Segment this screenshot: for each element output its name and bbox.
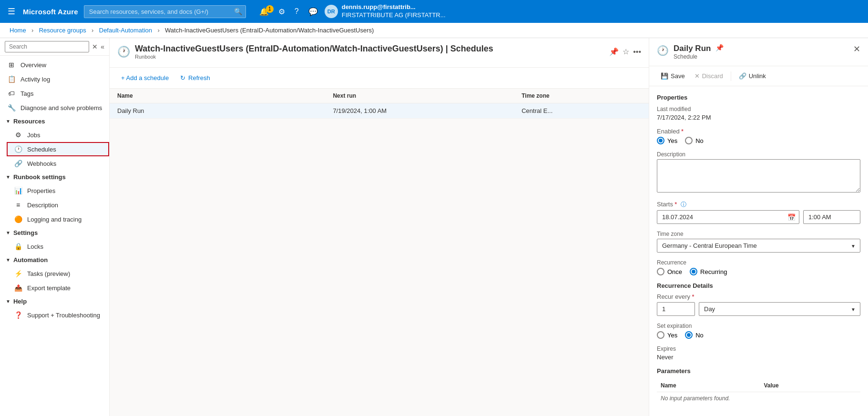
panel-content: Properties Last modified 7/17/2024, 2:22… <box>649 86 868 416</box>
refresh-button[interactable]: ↻ Refresh <box>176 71 214 84</box>
pin-page-button[interactable]: 📌 <box>609 47 619 56</box>
breadcrumb-home[interactable]: Home <box>10 27 26 34</box>
more-options-button[interactable]: ••• <box>633 47 641 56</box>
expiration-yes-option[interactable]: Yes <box>657 331 677 339</box>
support-icon: ❓ <box>14 311 22 319</box>
table-row[interactable]: Daily Run 7/19/2024, 1:00 AM Central E..… <box>110 103 649 119</box>
diagnose-icon: 🔧 <box>7 104 16 112</box>
parameters-title: Parameters <box>657 367 860 375</box>
panel-discard-button[interactable]: ✕ Discard <box>691 70 727 82</box>
sidebar-item-schedules[interactable]: 🕐 Schedules <box>7 142 109 156</box>
sidebar-item-description[interactable]: ≡ Description <box>7 198 109 212</box>
enabled-no-radio[interactable] <box>685 137 693 144</box>
sidebar-item-activity-log[interactable]: 📋 Activity log <box>0 72 109 86</box>
recurrence-once-radio[interactable] <box>657 268 664 275</box>
recur-every-label: Recur every * <box>657 293 860 300</box>
expiration-no-option[interactable]: No <box>685 331 704 339</box>
notification-badge: 1 <box>266 5 274 13</box>
panel-unlink-button[interactable]: 🔗 Unlink <box>735 70 770 82</box>
panel-save-button[interactable]: 💾 Save <box>657 70 689 82</box>
col-name-header[interactable]: Name <box>110 89 325 103</box>
schedules-table: Name Next run Time zone Daily Run 7/19/2… <box>110 89 649 119</box>
breadcrumb-default-auto[interactable]: Default-Automation <box>99 27 152 34</box>
recurrence-once-option[interactable]: Once <box>657 268 682 275</box>
description-field: Description <box>657 151 860 194</box>
sidebar-section-settings[interactable]: ▼ Settings <box>0 226 109 239</box>
sidebar-search-input[interactable] <box>5 41 89 52</box>
discard-icon: ✕ <box>694 72 700 80</box>
description-label: Description <box>657 151 860 158</box>
resources-items: ⚙ Jobs 🕐 Schedules 🔗 Webhooks <box>0 128 109 171</box>
panel-toolbar: 💾 Save ✕ Discard 🔗 Unlink <box>649 66 868 86</box>
set-expiration-label: Set expiration <box>657 323 860 329</box>
starts-date-input[interactable] <box>657 210 799 224</box>
starts-date-wrap: 📅 <box>657 210 799 224</box>
sidebar-item-locks[interactable]: 🔒 Locks <box>7 239 109 254</box>
expiration-yes-radio[interactable] <box>657 331 664 339</box>
toolbar-separator <box>731 71 731 81</box>
content-header: 🕐 Watch-InactiveGuestUsers (EntraID-Auto… <box>110 38 649 68</box>
avatar[interactable]: DR <box>325 5 338 18</box>
sidebar-nav: ⊞ Overview 📋 Activity log 🏷 Tags 🔧 Diagn… <box>0 56 109 324</box>
col-next-run-header[interactable]: Next run <box>325 89 514 103</box>
description-textarea[interactable] <box>657 159 860 193</box>
parameters-field: Parameters Name Value No input parameter… <box>657 367 860 405</box>
sidebar-item-jobs[interactable]: ⚙ Jobs <box>7 128 109 142</box>
sidebar-section-automation[interactable]: ▼ Automation <box>0 254 109 266</box>
sidebar-item-diagnose[interactable]: 🔧 Diagnose and solve problems <box>0 101 109 115</box>
enabled-yes-option[interactable]: Yes <box>657 137 677 144</box>
jobs-icon: ⚙ <box>14 131 22 139</box>
help-icon[interactable]: ? <box>292 5 302 18</box>
panel-pin-button[interactable]: 📌 <box>715 44 724 51</box>
sidebar-item-tags[interactable]: 🏷 Tags <box>0 86 109 101</box>
recur-unit-select[interactable]: Day Hour Week Month <box>699 302 860 316</box>
panel-close-button[interactable]: ✕ <box>853 44 860 54</box>
sidebar-section-help[interactable]: ▼ Help <box>0 295 109 308</box>
recurrence-radio-group: Once Recurring <box>657 268 860 275</box>
recurrence-recurring-option[interactable]: Recurring <box>690 268 727 275</box>
resources-chevron-icon: ▼ <box>6 119 10 124</box>
settings-icon[interactable]: ⚙ <box>276 5 288 18</box>
timezone-field: Time zone Germany - Central European Tim… <box>657 231 860 253</box>
favorite-button[interactable]: ☆ <box>623 47 629 56</box>
hamburger-icon[interactable]: ☰ <box>6 4 17 19</box>
recur-every-input[interactable] <box>657 302 695 316</box>
sidebar-search-clear-icon[interactable]: ✕ <box>92 43 98 51</box>
page-icon: 🕐 <box>117 46 130 58</box>
runbook-settings-items: 📊 Properties ≡ Description 🟠 Logging and… <box>0 183 109 226</box>
schedules-icon: 🕐 <box>14 145 22 153</box>
breadcrumb-rg[interactable]: Resource groups <box>39 27 86 34</box>
topbar: ☰ Microsoft Azure 🔍 🔔1 ⚙ ? 💬 DR dennis.r… <box>0 0 868 23</box>
sidebar-item-tasks[interactable]: ⚡ Tasks (preview) <box>7 266 109 281</box>
sidebar-item-overview[interactable]: ⊞ Overview <box>0 58 109 72</box>
sidebar-search-collapse-icon[interactable]: « <box>101 43 104 51</box>
settings-items: 🔒 Locks <box>0 239 109 254</box>
panel-title: Daily Run <box>674 44 711 53</box>
schedule-next-run-cell: 7/19/2024, 1:00 AM <box>325 103 514 119</box>
starts-time-input[interactable] <box>803 210 860 224</box>
breadcrumb: Home › Resource groups › Default-Automat… <box>0 23 868 38</box>
col-timezone-header[interactable]: Time zone <box>514 89 649 103</box>
param-name-col: Name <box>657 379 760 392</box>
expires-value: Never <box>657 354 860 361</box>
recurrence-field: Recurrence Once Recurring <box>657 259 860 275</box>
enabled-yes-radio[interactable] <box>657 137 664 144</box>
sidebar-item-webhooks[interactable]: 🔗 Webhooks <box>7 156 109 171</box>
timezone-select[interactable]: Germany - Central European Time <box>657 239 860 253</box>
sidebar-section-runbook-settings[interactable]: ▼ Runbook settings <box>0 171 109 183</box>
sidebar-item-export[interactable]: 📤 Export template <box>7 281 109 295</box>
global-search-input[interactable] <box>84 5 246 18</box>
sidebar-item-properties[interactable]: 📊 Properties <box>7 183 109 198</box>
sidebar-item-support[interactable]: ❓ Support + Troubleshooting <box>7 308 109 322</box>
user-info: dennis.rupp@firstattrib... FIRSTATTRIBUT… <box>342 3 446 20</box>
recurrence-recurring-radio[interactable] <box>690 268 697 275</box>
feedback-icon[interactable]: 💬 <box>306 5 321 18</box>
add-schedule-button[interactable]: + Add a schedule <box>117 71 173 84</box>
sidebar-item-logging[interactable]: 🟠 Logging and tracing <box>7 212 109 226</box>
calendar-icon: 📅 <box>787 213 796 221</box>
param-value-col: Value <box>760 379 860 392</box>
enabled-no-option[interactable]: No <box>685 137 704 144</box>
expiration-no-radio[interactable] <box>685 331 693 339</box>
sidebar-section-resources[interactable]: ▼ Resources <box>0 115 109 128</box>
content-area: 🕐 Watch-InactiveGuestUsers (EntraID-Auto… <box>110 38 649 416</box>
